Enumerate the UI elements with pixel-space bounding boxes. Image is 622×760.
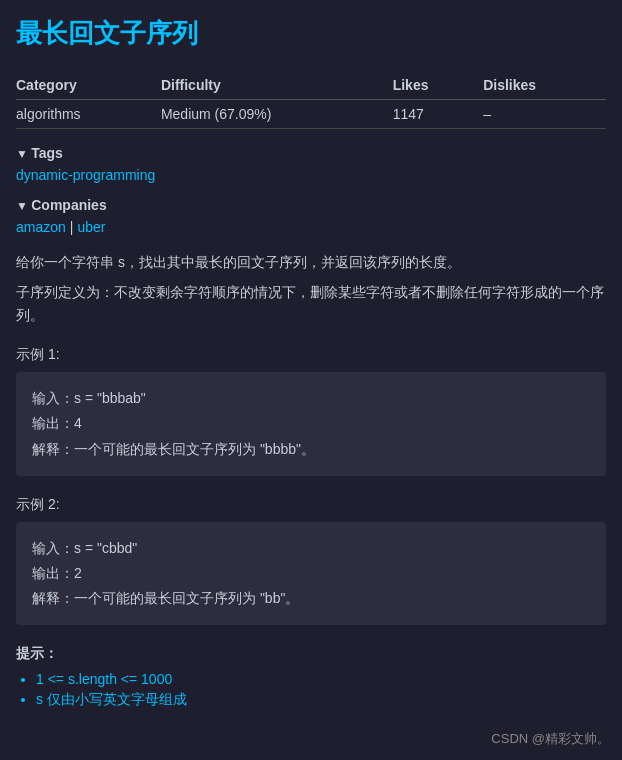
example1-input: 输入：s = "bbbab"	[32, 386, 590, 411]
tags-list: dynamic-programming	[16, 167, 606, 183]
info-table-section: Category Difficulty Likes Dislikes algor…	[16, 71, 606, 129]
example2-input: 输入：s = "cbbd"	[32, 536, 590, 561]
example1-box: 输入：s = "bbbab" 输出：4 解释：一个可能的最长回文子序列为 "bb…	[16, 372, 606, 476]
footer-watermark: CSDN @精彩文帅。	[491, 730, 610, 748]
info-table: Category Difficulty Likes Dislikes algor…	[16, 71, 606, 129]
companies-list: amazon | uber	[16, 219, 606, 235]
hints-label: 提示：	[16, 645, 606, 663]
company-uber[interactable]: uber	[77, 219, 105, 235]
col-likes: Likes	[393, 71, 483, 100]
hints-list: 1 <= s.length <= 1000 s 仅由小写英文字母组成	[16, 671, 606, 709]
example2-explanation: 解释：一个可能的最长回文子序列为 "bb"。	[32, 586, 590, 611]
companies-header[interactable]: Companies	[16, 197, 606, 213]
company-separator: |	[70, 219, 74, 235]
tags-header[interactable]: Tags	[16, 145, 606, 161]
cell-likes: 1147	[393, 100, 483, 129]
col-difficulty: Difficulty	[161, 71, 393, 100]
hint-item-1: 1 <= s.length <= 1000	[36, 671, 606, 687]
col-dislikes: Dislikes	[483, 71, 606, 100]
company-amazon[interactable]: amazon	[16, 219, 66, 235]
example2-label: 示例 2:	[16, 496, 606, 514]
description-line1: 给你一个字符串 s，找出其中最长的回文子序列，并返回该序列的长度。	[16, 251, 606, 273]
example2-box: 输入：s = "cbbd" 输出：2 解释：一个可能的最长回文子序列为 "bb"…	[16, 522, 606, 626]
example2-output: 输出：2	[32, 561, 590, 586]
tag-dynamic-programming[interactable]: dynamic-programming	[16, 167, 155, 183]
problem-description: 给你一个字符串 s，找出其中最长的回文子序列，并返回该序列的长度。 子序列定义为…	[16, 251, 606, 326]
cell-category: algorithms	[16, 100, 161, 129]
description-line2: 子序列定义为：不改变剩余字符顺序的情况下，删除某些字符或者不删除任何字符形成的一…	[16, 281, 606, 326]
page-title: 最长回文子序列	[16, 16, 606, 51]
table-row: algorithms Medium (67.09%) 1147 –	[16, 100, 606, 129]
cell-dislikes: –	[483, 100, 606, 129]
cell-difficulty: Medium (67.09%)	[161, 100, 393, 129]
example1-explanation: 解释：一个可能的最长回文子序列为 "bbbb"。	[32, 437, 590, 462]
hint-item-2: s 仅由小写英文字母组成	[36, 691, 606, 709]
col-category: Category	[16, 71, 161, 100]
example1-output: 输出：4	[32, 411, 590, 436]
hints-section: 提示： 1 <= s.length <= 1000 s 仅由小写英文字母组成	[16, 645, 606, 709]
example1-label: 示例 1:	[16, 346, 606, 364]
